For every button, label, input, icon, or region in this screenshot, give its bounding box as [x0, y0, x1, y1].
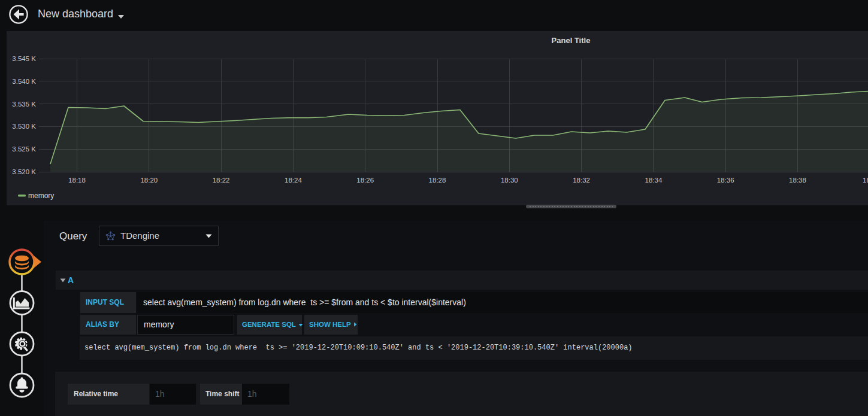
svg-text:18:20: 18:20: [140, 177, 158, 184]
svg-text:3.520 K: 3.520 K: [12, 168, 36, 175]
svg-text:18:24: 18:24: [285, 177, 302, 184]
svg-text:18:30: 18:30: [501, 177, 518, 184]
svg-text:18:26: 18:26: [356, 177, 374, 184]
svg-text:18:34: 18:34: [645, 177, 663, 184]
svg-text:18:36: 18:36: [717, 177, 734, 184]
svg-text:3.530 K: 3.530 K: [12, 123, 36, 130]
svg-text:18:22: 18:22: [213, 177, 230, 184]
svg-text:18:18: 18:18: [68, 177, 86, 184]
svg-text:3.525 K: 3.525 K: [12, 145, 36, 153]
svg-text:3.535 K: 3.535 K: [12, 101, 36, 108]
svg-text:3.545 K: 3.545 K: [12, 55, 36, 62]
svg-text:18:28: 18:28: [429, 177, 446, 184]
svg-text:3.540 K: 3.540 K: [12, 78, 36, 85]
svg-text:memory: memory: [28, 192, 54, 200]
svg-text:18:40: 18:40: [863, 177, 868, 184]
svg-text:Panel Title: Panel Title: [552, 36, 591, 45]
svg-text:18:32: 18:32: [573, 177, 590, 184]
svg-text:18:38: 18:38: [789, 177, 806, 184]
